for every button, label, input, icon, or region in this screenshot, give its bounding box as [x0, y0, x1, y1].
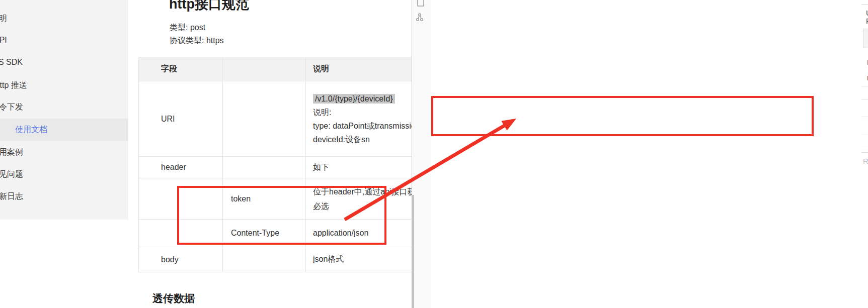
- page-title: http接口规范: [169, 0, 249, 13]
- uri-desc-3: deviceId:设备sn: [313, 133, 412, 146]
- doc-sidebar: 说明 API JS SDK Http 推送 命令下发 使用文档 使用案例 常见问…: [0, 0, 128, 220]
- annotation-box-doc-headers: [177, 186, 386, 245]
- sidebar-item-js-sdk[interactable]: JS SDK: [0, 51, 128, 73]
- network-icon[interactable]: [416, 13, 426, 24]
- request-title: Untitled Request: [866, 9, 868, 25]
- postman-pane: Untitled Request POST ▾ https://openhttp…: [431, 0, 868, 308]
- pane-divider-rail: [412, 0, 431, 308]
- postman-tab-bar[interactable]: [861, 0, 868, 5]
- sidebar-item-api[interactable]: API: [0, 29, 128, 51]
- header-desc: 如下: [306, 157, 412, 178]
- doc-meta-protocol: 协议类型: https: [170, 36, 224, 46]
- scrollbar-thumb[interactable]: [412, 195, 414, 308]
- grid-line: [861, 117, 868, 117]
- sidebar-item-http-push[interactable]: Http 推送: [0, 74, 128, 96]
- section-heading: 透传数据: [152, 291, 195, 305]
- uri-code-chip: /v1.0/{type}/{deviceId}: [313, 94, 395, 104]
- sidebar-item-cases[interactable]: 使用案例: [0, 141, 128, 163]
- table-row: header 如下: [139, 157, 412, 178]
- screen: 说明 API JS SDK Http 推送 命令下发 使用文档 使用案例 常见问…: [0, 0, 868, 308]
- col-header-field: 字段: [139, 57, 223, 81]
- response-section-label: Response: [863, 157, 868, 165]
- sidebar-item-faq[interactable]: 常见问题: [0, 163, 128, 185]
- field-header: header: [139, 157, 223, 178]
- sidebar-item-usage-doc[interactable]: 使用文档: [0, 119, 128, 141]
- url-bar: POST ▾ https://openhttp.usr.cn:8001/v1.0…: [863, 29, 868, 48]
- table-row: body json格式: [139, 247, 412, 272]
- table-row: URI /v1.0/{type}/{deviceId} 说明: type: da…: [139, 81, 412, 157]
- body-desc: json格式: [306, 247, 412, 272]
- doc-pane: 说明 API JS SDK Http 推送 命令下发 使用文档 使用案例 常见问…: [0, 0, 412, 308]
- grid-line: [861, 147, 868, 147]
- response-divider[interactable]: [861, 152, 868, 153]
- col-header-desc: 说明: [306, 57, 412, 81]
- sidebar-item-shuoming[interactable]: 说明: [0, 8, 128, 30]
- grid-line: [861, 135, 868, 135]
- field-uri: URI: [139, 81, 223, 157]
- sidebar-item-changelog[interactable]: 更新日志: [0, 185, 128, 208]
- document-icon[interactable]: [416, 0, 426, 9]
- annotation-box-postman-headers: [431, 96, 814, 136]
- uri-desc-2: type: dataPoint或transmission(: [313, 119, 412, 133]
- uri-desc-1: 说明:: [313, 106, 412, 119]
- doc-meta-type: 类型: post: [170, 23, 205, 33]
- grid-line: [861, 86, 868, 86]
- table-header-row: 字段 说明: [139, 57, 412, 81]
- sidebar-item-mingling[interactable]: 命令下发: [0, 96, 128, 118]
- method-dropdown[interactable]: POST ▾: [863, 29, 868, 48]
- field-body: body: [139, 247, 223, 272]
- grid-line: [861, 99, 868, 100]
